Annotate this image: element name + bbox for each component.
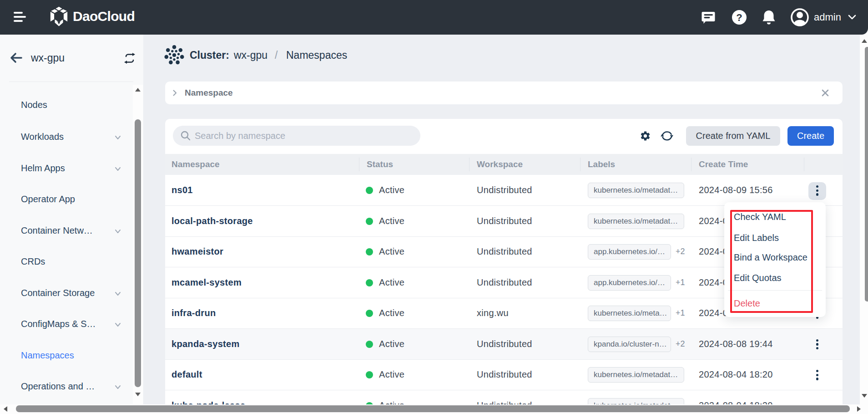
svg-text:?: ? <box>736 12 742 23</box>
